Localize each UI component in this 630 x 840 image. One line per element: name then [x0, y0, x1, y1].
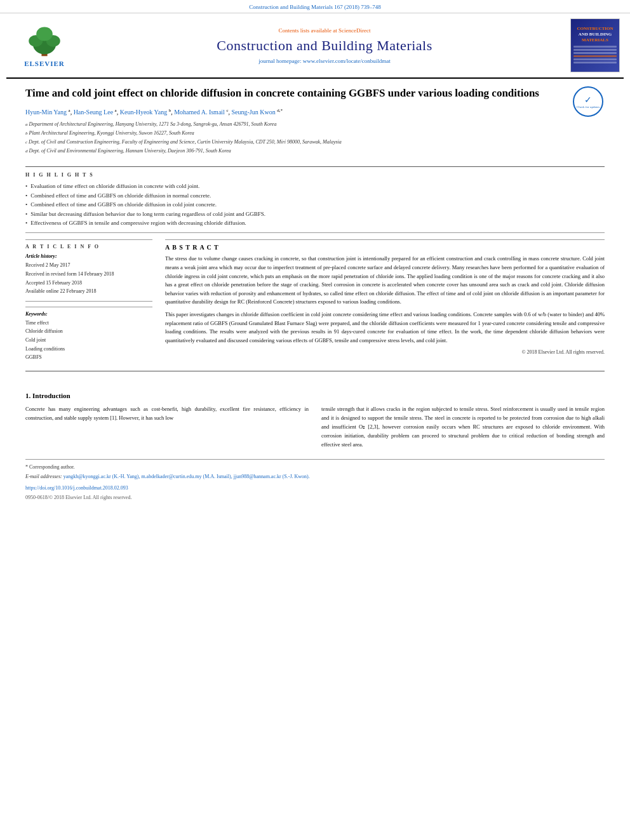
- elsevier-brand: ELSEVIER: [24, 60, 65, 67]
- date-3: Accepted 15 February 2018: [25, 279, 152, 288]
- kw-2: Chloride diffusion: [25, 327, 152, 336]
- article-title-section: Time and cold joint effect on chloride d…: [25, 86, 605, 161]
- keywords-label: Keywords:: [25, 311, 152, 317]
- fn-doi: https://doi.org/10.1016/j.conbuildmat.20…: [25, 484, 605, 493]
- intro-two-col: Concrete has many engineering advantages…: [25, 404, 605, 453]
- highlight-3: Combined effect of time and GGBFS on chl…: [25, 200, 605, 209]
- citation-bar: Construction and Building Materials 167 …: [0, 0, 630, 13]
- article-info-label: A R T I C L E I N F O: [25, 244, 152, 250]
- intro-p2: tensile strength that it allows cracks i…: [321, 404, 605, 449]
- author-2: Han-Seung Lee: [74, 109, 113, 116]
- highlight-2: Combined effect of time and GGBFS on chl…: [25, 191, 605, 200]
- date-2: Received in revised form 14 February 201…: [25, 270, 152, 279]
- highlight-5: Effectiveness of GGBFS in tensile and co…: [25, 218, 605, 227]
- abstract-copyright: © 2018 Elsevier Ltd. All rights reserved…: [165, 349, 605, 357]
- date-4: Available online 22 February 2018: [25, 287, 152, 296]
- highlights-divider: [25, 232, 605, 233]
- check-icon: ✓: [584, 95, 592, 105]
- article-title: Time and cold joint effect on chloride d…: [25, 86, 565, 101]
- highlights-section: H I G H L I G H T S Evaluation of time e…: [25, 172, 605, 227]
- history-dates: Received 2 May 2017 Received in revised …: [25, 261, 152, 295]
- sciencedirect-name[interactable]: ScienceDirect: [338, 27, 370, 34]
- journal-cover-area: Construction and Building MATERIALS: [566, 18, 624, 72]
- fn-emails[interactable]: yangkh@kyonggi.ac.kr (K.-H. Yang), m.abd…: [64, 474, 310, 479]
- author-3: Keun-Hyeok Yang: [120, 109, 167, 116]
- kw-4: Loading conditions: [25, 345, 152, 354]
- author-4: Mohamed A. Ismail: [174, 109, 225, 116]
- date-1: Received 2 May 2017: [25, 261, 152, 270]
- intro-col-right: tensile strength that it allows cracks i…: [321, 404, 605, 453]
- kw-1: Time effect: [25, 319, 152, 328]
- intro-col-left: Concrete has many engineering advantages…: [25, 404, 309, 453]
- doi-link[interactable]: https://doi.org/10.1016/j.conbuildmat.20…: [25, 485, 128, 491]
- journal-homepage: journal homepage: www.elsevier.com/locat…: [258, 58, 390, 64]
- title-divider: [25, 166, 605, 167]
- sciencedirect-link: Contents lists available at ScienceDirec…: [279, 27, 371, 34]
- article-info-col: A R T I C L E I N F O Article history: R…: [25, 239, 152, 361]
- abstract-intro-divider: [25, 371, 605, 371]
- elsevier-tree-icon: [22, 23, 67, 58]
- intro-p1: Concrete has many engineering advantages…: [25, 404, 309, 422]
- elsevier-logo-area: ELSEVIER: [6, 18, 83, 72]
- affil-a: a Department of Architectural Engineerin…: [25, 121, 565, 129]
- header-center: Contents lists available at ScienceDirec…: [83, 18, 566, 72]
- affiliations: a Department of Architectural Engineerin…: [25, 121, 565, 155]
- history-label: Article history:: [25, 253, 152, 259]
- history-keywords-divider: [25, 301, 152, 302]
- article-info-abstract: A R T I C L E I N F O Article history: R…: [25, 239, 605, 361]
- cover-decoration: [573, 46, 617, 65]
- abstract-p1: The stress due to volume change causes c…: [165, 255, 605, 307]
- citation-text: Construction and Building Materials 167 …: [249, 4, 380, 10]
- article-title-area: Time and cold joint effect on chloride d…: [25, 86, 565, 161]
- fn-email: E-mail addresses: yangkh@kyonggi.ac.kr (…: [25, 473, 605, 481]
- journal-title: Construction and Building Materials: [217, 37, 432, 54]
- affil-b-text: Plant Architectural Engineering, Kyonggi…: [29, 130, 194, 138]
- footnotes: * Corresponding author. E-mail addresses…: [25, 459, 605, 502]
- main-content: Time and cold joint effect on chloride d…: [0, 79, 630, 511]
- check-updates-badge: ✓ Check for updates: [573, 86, 605, 118]
- affil-c: c Dept. of Civil and Construction Engine…: [25, 138, 565, 147]
- fn-issn: 0950-0618/© 2018 Elsevier Ltd. All right…: [25, 494, 605, 502]
- elsevier-logo: ELSEVIER: [22, 23, 67, 67]
- highlights-list: Evaluation of time effect on chloride di…: [25, 182, 605, 227]
- authors-line: Hyun-Min Yang a, Han-Seung Lee a, Keun-H…: [25, 107, 565, 117]
- affil-c-text: Dept. of Civil and Construction Engineer…: [29, 138, 342, 147]
- highlight-4: Similar but decreasing diffusion behavio…: [25, 210, 605, 218]
- journal-header: ELSEVIER Contents lists available at Sci…: [6, 13, 624, 79]
- affil-a-text: Department of Architectural Engineering,…: [29, 121, 277, 129]
- author-5: Seung-Jun Kwon: [232, 109, 276, 116]
- svg-point-4: [36, 27, 53, 41]
- fn-corresponding: * Corresponding author.: [25, 463, 605, 472]
- article-history: Article history: Received 2 May 2017 Rec…: [25, 253, 152, 295]
- kw-3: Cold joint: [25, 336, 152, 345]
- introduction-section: 1. Introduction Concrete has many engine…: [25, 384, 605, 502]
- affil-d-text: Dept. of Civil and Environmental Enginee…: [29, 147, 231, 156]
- check-updates-label: Check for updates: [577, 105, 600, 109]
- section-number: 1. Introduction: [25, 392, 605, 399]
- kw-5: GGBFS: [25, 353, 152, 362]
- abstract-label: A B S T R A C T: [165, 244, 605, 251]
- cover-text: Construction and Building MATERIALS: [577, 26, 613, 43]
- abstract-p2: This paper investigates changes in chlor…: [165, 310, 605, 345]
- page: Construction and Building Materials 167 …: [0, 0, 630, 840]
- abstract-text: The stress due to volume change causes c…: [165, 255, 605, 357]
- abstract-section: A B S T R A C T The stress due to volume…: [165, 239, 605, 357]
- article-info-section: A R T I C L E I N F O Article history: R…: [25, 239, 152, 361]
- check-badge-inner: ✓ Check for updates: [573, 86, 603, 117]
- keywords-section: Keywords: Time effect Chloride diffusion…: [25, 307, 152, 362]
- affil-d: d Dept. of Civil and Environmental Engin…: [25, 147, 565, 156]
- abstract-col: A B S T R A C T The stress due to volume…: [165, 239, 605, 361]
- fn-email-label: E-mail addresses:: [25, 474, 62, 479]
- affil-b: b Plant Architectural Engineering, Kyong…: [25, 130, 565, 138]
- journal-cover-image: Construction and Building MATERIALS: [570, 18, 620, 72]
- highlights-label: H I G H L I G H T S: [25, 172, 605, 178]
- highlight-1: Evaluation of time effect on chloride di…: [25, 182, 605, 190]
- homepage-url[interactable]: www.elsevier.com/locate/conbuildmat: [303, 58, 391, 64]
- author-1: Hyun-Min Yang: [25, 109, 67, 116]
